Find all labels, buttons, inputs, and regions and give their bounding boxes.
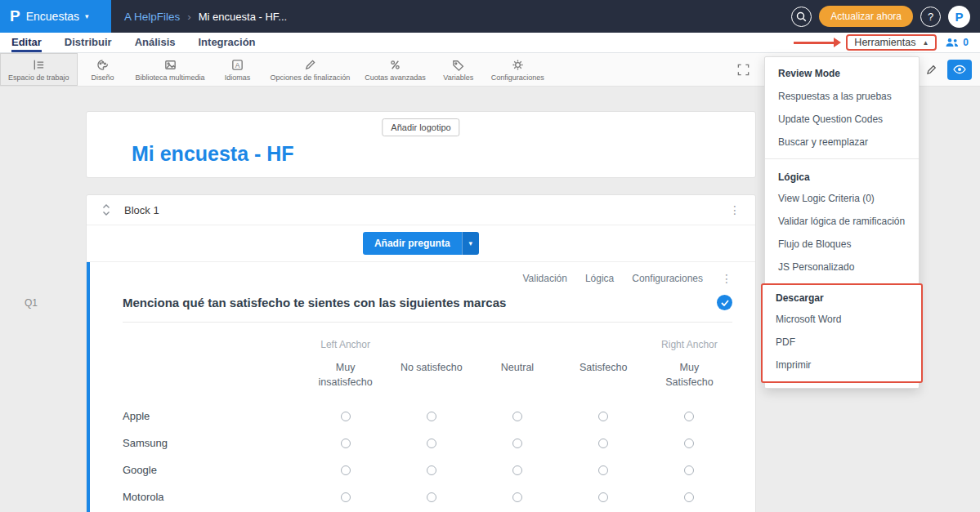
column-header: Neutral: [486, 360, 548, 375]
right-anchor-label: Right Anchor: [647, 339, 732, 350]
add-question-row: Añadir pregunta ▾: [87, 225, 755, 262]
menu-item-respuestas-pruebas[interactable]: Respuestas a las pruebas: [765, 85, 919, 108]
radio-button[interactable]: [512, 412, 522, 421]
radio-button[interactable]: [684, 492, 694, 502]
update-now-button[interactable]: Actualizar ahora: [819, 6, 913, 27]
radio-button[interactable]: [598, 492, 608, 502]
column-header: Muy insatisfecho: [315, 360, 377, 390]
block-menu-icon[interactable]: ⋮: [729, 203, 741, 216]
configuraciones-link[interactable]: Configuraciones: [632, 273, 703, 284]
radio-button[interactable]: [512, 439, 522, 448]
add-question-buttongroup: Añadir pregunta ▾: [363, 232, 479, 255]
menu-item-buscar-reemplazar[interactable]: Buscar y reemplazar: [765, 131, 919, 154]
anchor-row: Left Anchor Right Anchor: [123, 339, 732, 350]
translate-icon: A: [230, 58, 244, 72]
radio-button[interactable]: [598, 439, 608, 448]
question-title[interactable]: Menciona qué tan satisfecho te sientes c…: [123, 296, 506, 309]
menu-item-js-personalizado[interactable]: JS Personalizado: [765, 256, 919, 278]
radio-button[interactable]: [427, 492, 436, 502]
collaborators-indicator[interactable]: 0: [945, 37, 969, 48]
toolbar-item-cuotas-avanzadas[interactable]: Cuotas avanzadas: [357, 53, 433, 86]
toolbar-item-diseno[interactable]: Diseño: [78, 53, 128, 86]
add-question-button[interactable]: Añadir pregunta: [363, 232, 462, 255]
matrix-header-row: Muy insatisfecho No satisfecho Neutral S…: [123, 360, 732, 390]
radio-button[interactable]: [341, 412, 351, 421]
finish-options-icon: [303, 58, 317, 72]
radio-button[interactable]: [684, 465, 694, 475]
svg-text:A: A: [235, 60, 240, 69]
row-label: Google: [123, 464, 302, 476]
radio-button[interactable]: [341, 465, 351, 475]
menu-item-flujo-bloques[interactable]: Flujo de Bloques: [765, 233, 919, 256]
chevron-up-icon: ▲: [922, 39, 929, 47]
radio-button[interactable]: [427, 412, 436, 421]
search-button[interactable]: [791, 7, 812, 27]
toolbar-item-configuraciones[interactable]: Configuraciones: [484, 53, 552, 86]
menu-item-view-logic-criteria[interactable]: View Logic Criteria (0): [765, 187, 919, 210]
survey-title[interactable]: Mi encuesta - HF: [132, 142, 294, 166]
matrix-row: Motorola: [123, 483, 732, 510]
radio-button[interactable]: [598, 465, 608, 475]
questionpro-logo: P: [10, 7, 20, 25]
toolbar-item-variables[interactable]: Variables: [433, 53, 484, 86]
tab-distribuir[interactable]: Distribuir: [65, 33, 112, 52]
tab-editar[interactable]: Editar: [11, 33, 42, 52]
radio-button[interactable]: [512, 492, 522, 502]
edit-pencil-icon[interactable]: [925, 64, 937, 76]
herramientas-label: Herramientas: [854, 37, 915, 48]
menu-item-update-question-codes[interactable]: Update Question Codes: [765, 108, 919, 131]
breadcrumb-current: Mi encuesta - HF...: [199, 11, 287, 23]
toolbar-item-opciones-finalizacion[interactable]: Opciones de finalización: [263, 53, 358, 86]
nav-tabs: Editar Distribuir Análisis Integración: [11, 33, 256, 52]
collapse-block-icon[interactable]: [101, 204, 111, 216]
menu-divider: [765, 158, 919, 159]
matrix-row: Apple: [123, 403, 732, 430]
question-menu-icon[interactable]: ⋮: [721, 272, 732, 285]
menu-header-descargar: Descargar: [763, 285, 921, 308]
menu-item-pdf[interactable]: PDF: [763, 331, 921, 354]
palette-icon: [96, 58, 110, 72]
menu-item-validar-logica[interactable]: Validar lógica de ramificación: [765, 210, 919, 233]
radio-button[interactable]: [427, 439, 436, 448]
main-nav: Editar Distribuir Análisis Integración H…: [0, 33, 980, 53]
column-header: Muy Satisfecho: [658, 360, 720, 390]
avatar[interactable]: P: [948, 6, 970, 28]
search-icon: [796, 11, 807, 22]
breadcrumb-separator-icon: ›: [187, 11, 191, 23]
add-logo-button[interactable]: Añadir logotipo: [382, 118, 459, 136]
radio-button[interactable]: [598, 412, 608, 421]
tab-integracion[interactable]: Integración: [199, 33, 256, 52]
radio-button[interactable]: [427, 465, 436, 475]
herramientas-dropdown-menu: Review Mode Respuestas a las pruebas Upd…: [764, 56, 920, 389]
collapse-blocks-icon[interactable]: [736, 63, 750, 77]
menu-item-microsoft-word[interactable]: Microsoft Word: [763, 308, 921, 331]
matrix-row: Google: [123, 456, 732, 483]
toolbar-item-biblioteca-multimedia[interactable]: Biblioteca multimedia: [128, 53, 213, 86]
breadcrumb-account-link[interactable]: A HelpFiles: [124, 11, 180, 23]
block-header: Block 1 ⋮: [87, 195, 755, 225]
product-switcher[interactable]: P Encuestas ▾: [0, 0, 111, 33]
radio-button[interactable]: [341, 439, 351, 448]
add-question-dropdown-button[interactable]: ▾: [462, 232, 480, 255]
column-header: No satisfecho: [401, 360, 463, 375]
topbar-actions: Actualizar ahora ? P: [791, 6, 980, 28]
matrix-row: Samsung: [123, 430, 732, 456]
radio-button[interactable]: [512, 465, 522, 475]
radio-button[interactable]: [684, 412, 694, 421]
workspace-icon: [32, 58, 46, 72]
breadcrumb: A HelpFiles › Mi encuesta - HF...: [124, 11, 287, 23]
herramientas-button[interactable]: Herramientas ▲: [846, 34, 937, 51]
menu-item-review-mode[interactable]: Review Mode: [765, 62, 919, 85]
validacion-link[interactable]: Validación: [522, 273, 566, 284]
toolbar-item-idiomas[interactable]: A Idiomas: [213, 53, 263, 86]
help-button[interactable]: ?: [920, 7, 941, 27]
radio-button[interactable]: [684, 439, 694, 448]
toolbar-item-espacio-de-trabajo[interactable]: Espacio de trabajo: [0, 53, 78, 86]
tab-analisis[interactable]: Análisis: [135, 33, 176, 52]
preview-button[interactable]: [947, 60, 972, 80]
radio-button[interactable]: [341, 492, 351, 502]
gear-icon: [511, 58, 525, 72]
survey-cards: Añadir logotipo Mi encuesta - HF Block 1…: [86, 111, 756, 512]
menu-item-imprimir[interactable]: Imprimir: [763, 354, 921, 376]
logica-link[interactable]: Lógica: [585, 273, 614, 284]
